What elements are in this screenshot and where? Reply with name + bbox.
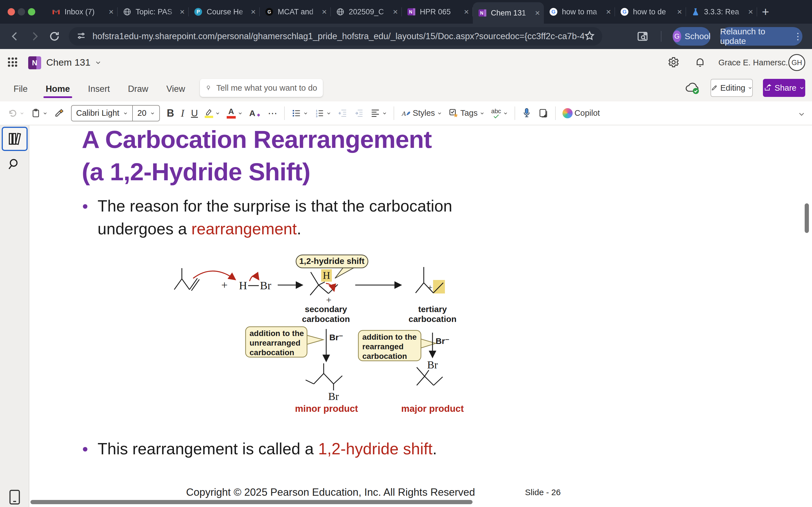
ribbon-menu-row: File Home Insert Draw View Help Tell me … bbox=[0, 76, 812, 101]
tab-hpr065[interactable]: N HPR 065 × bbox=[402, 0, 473, 24]
tab-how-to-de[interactable]: G how to de × bbox=[615, 0, 686, 24]
menu-insert[interactable]: Insert bbox=[87, 80, 111, 98]
close-icon[interactable]: × bbox=[393, 8, 398, 16]
tab-course[interactable]: P Course He × bbox=[189, 0, 260, 24]
side-panel-search-icon[interactable] bbox=[636, 30, 649, 43]
notifications-bell-icon[interactable] bbox=[694, 56, 707, 69]
relaunch-button[interactable]: Relaunch to update ⋮ bbox=[720, 27, 802, 46]
svg-text:G: G bbox=[622, 9, 627, 15]
callout-pointer bbox=[306, 335, 323, 344]
callout-pointer bbox=[335, 267, 355, 278]
reload-icon[interactable] bbox=[48, 30, 61, 43]
horizontal-scrollbar[interactable] bbox=[31, 500, 472, 504]
tab-chem131-active[interactable]: N Chem 131 × bbox=[473, 2, 544, 24]
highlight-button[interactable] bbox=[205, 108, 220, 118]
new-tab-button[interactable]: + bbox=[757, 0, 774, 24]
settings-gear-icon[interactable] bbox=[667, 56, 680, 69]
tab-mcat[interactable]: G MCAT and × bbox=[260, 0, 331, 24]
italic-button[interactable]: I bbox=[181, 107, 184, 119]
kebab-menu-icon[interactable]: ⋮ bbox=[794, 31, 802, 42]
menu-view[interactable]: View bbox=[165, 80, 186, 98]
tell-me-search[interactable]: Tell me what you want to do bbox=[200, 79, 323, 97]
undo-button[interactable] bbox=[7, 108, 24, 118]
font-color-button[interactable]: A bbox=[227, 108, 243, 119]
profile-chip[interactable]: G School bbox=[673, 27, 711, 46]
chevron-down-icon bbox=[20, 111, 24, 115]
tab-inbox[interactable]: Inbox (7) × bbox=[47, 0, 117, 24]
font-name-select[interactable]: Calibri Light bbox=[71, 106, 132, 121]
url-text: hofstra1edu-my.sharepoint.com/personal/g… bbox=[93, 31, 584, 41]
collapse-ribbon-chevron-icon[interactable] bbox=[798, 110, 805, 119]
copilot-icon bbox=[562, 108, 573, 118]
chevron-down-icon bbox=[480, 111, 485, 115]
close-icon[interactable]: × bbox=[748, 8, 753, 16]
share-button[interactable]: Share bbox=[763, 79, 805, 97]
tab-strip: Inbox (7) × Topic: PAS × P Course He × bbox=[0, 0, 812, 24]
menu-file[interactable]: File bbox=[12, 80, 29, 98]
close-icon[interactable]: × bbox=[606, 8, 611, 16]
paste-button[interactable] bbox=[31, 108, 47, 118]
vertical-scrollbar[interactable] bbox=[805, 203, 809, 233]
user-name[interactable]: Grace E. Hamersc... bbox=[718, 58, 793, 67]
close-icon[interactable]: × bbox=[535, 9, 540, 17]
copilot-button[interactable]: Copilot bbox=[562, 108, 600, 118]
forward-icon[interactable] bbox=[28, 30, 41, 43]
bullet-list-button[interactable] bbox=[292, 108, 308, 118]
app-launcher-waffle-icon[interactable] bbox=[8, 57, 18, 68]
page-canvas[interactable]: A Carbocation Rearrangement (a 1,2-Hydri… bbox=[29, 125, 812, 507]
site-settings-icon[interactable] bbox=[76, 31, 86, 42]
user-avatar[interactable]: GH bbox=[788, 54, 805, 71]
close-icon[interactable]: × bbox=[677, 8, 682, 16]
close-icon[interactable]: × bbox=[464, 8, 469, 16]
increase-indent-button[interactable] bbox=[354, 108, 364, 118]
clear-formatting-button[interactable]: A bbox=[249, 108, 261, 118]
dictate-button[interactable] bbox=[522, 108, 531, 119]
page-panel-button[interactable] bbox=[538, 108, 548, 118]
menu-home[interactable]: Home bbox=[45, 80, 71, 98]
styles-button[interactable]: A Styles bbox=[401, 108, 442, 118]
divider bbox=[284, 107, 285, 120]
numbered-list-icon: 123 bbox=[315, 108, 324, 118]
tertiary-label-line1: tertiary bbox=[418, 304, 447, 314]
close-icon[interactable]: × bbox=[109, 8, 114, 16]
hydride-shift-callout-text: 1,2-hydride shift bbox=[299, 256, 364, 266]
menu-draw[interactable]: Draw bbox=[127, 80, 149, 98]
decrease-indent-button[interactable] bbox=[338, 108, 347, 118]
address-bar[interactable]: hofstra1edu-my.sharepoint.com/personal/g… bbox=[69, 27, 602, 46]
divider bbox=[555, 107, 556, 120]
close-icon[interactable]: × bbox=[180, 8, 185, 16]
alignment-button[interactable] bbox=[370, 108, 387, 118]
numbered-list-button[interactable]: 123 bbox=[315, 108, 331, 118]
tags-label: Tags bbox=[460, 108, 477, 118]
back-icon[interactable] bbox=[8, 30, 21, 43]
address-bar-row: hofstra1edu-my.sharepoint.com/personal/g… bbox=[0, 24, 812, 49]
bold-button[interactable]: B bbox=[167, 107, 174, 119]
notebook-title[interactable]: Chem 131 bbox=[46, 57, 101, 68]
profile-avatar: G bbox=[673, 31, 681, 42]
bookmark-star-icon[interactable] bbox=[584, 31, 595, 42]
tab-202509[interactable]: 202509_C × bbox=[331, 0, 402, 24]
more-font-options-button[interactable]: ⋯ bbox=[268, 108, 277, 119]
tab-333-rea[interactable]: 3.3.3: Rea × bbox=[686, 0, 757, 24]
search-icon[interactable] bbox=[7, 157, 22, 173]
underline-button[interactable]: U bbox=[191, 108, 198, 119]
tab-topic[interactable]: Topic: PAS × bbox=[117, 0, 189, 24]
mobile-device-icon[interactable] bbox=[8, 489, 21, 506]
alkene-structure bbox=[174, 268, 199, 291]
spellcheck-button[interactable]: abc bbox=[491, 108, 508, 118]
tab-title: how to ma bbox=[562, 8, 604, 16]
curved-arrow-alkene-to-h bbox=[193, 271, 235, 279]
close-window-button[interactable] bbox=[8, 8, 15, 15]
editing-mode-button[interactable]: Editing bbox=[711, 79, 753, 97]
browser-window: Inbox (7) × Topic: PAS × P Course He × bbox=[0, 0, 812, 507]
bullet1-red-term: rearrangement bbox=[192, 220, 297, 238]
minimize-window-button[interactable] bbox=[18, 8, 25, 15]
close-icon[interactable]: × bbox=[322, 8, 327, 16]
format-painter-button[interactable] bbox=[54, 108, 64, 118]
tab-how-to-ma[interactable]: G how to ma × bbox=[544, 0, 615, 24]
notebooks-nav-button[interactable] bbox=[2, 127, 28, 151]
font-size-select[interactable]: 20 bbox=[132, 106, 159, 121]
tags-button[interactable]: Tags bbox=[449, 108, 485, 118]
zoom-window-button[interactable] bbox=[28, 8, 35, 15]
close-icon[interactable]: × bbox=[251, 8, 256, 16]
